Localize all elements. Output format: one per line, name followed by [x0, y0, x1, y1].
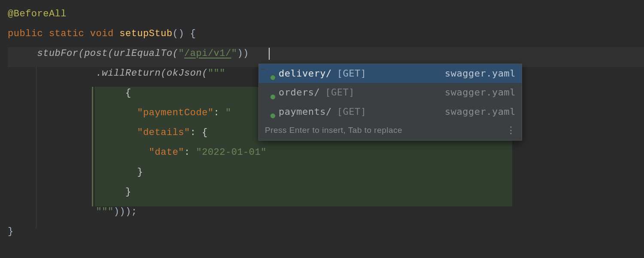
json-val: "2022-01-01" — [196, 147, 266, 158]
annotation: @BeforeAll — [8, 9, 67, 19]
completion-item[interactable]: delivery/ [GET] swagger.yaml — [259, 64, 522, 83]
code-line[interactable]: } — [8, 166, 644, 186]
completion-hint-row: Press Enter to insert, Tab to replace ⋮ — [259, 121, 522, 140]
code-editor[interactable]: @BeforeAll public static void setupStub(… — [0, 0, 644, 245]
punct: () { — [173, 28, 196, 39]
call-urlEqualTo: urlEqualTo — [114, 48, 173, 59]
completion-method: [GET] — [337, 67, 367, 80]
brace-close: } — [8, 226, 14, 237]
call-willReturn: willReturn — [102, 68, 161, 79]
method-name: setupStub — [119, 28, 172, 39]
keyword-static: static — [49, 28, 84, 39]
text-caret — [269, 48, 270, 60]
triple-quote-open: """ — [208, 68, 225, 79]
string-open: " — [178, 48, 184, 59]
call-okJson: okJson — [167, 68, 202, 79]
json-key: "details" — [137, 127, 190, 138]
punct: )) — [237, 48, 249, 59]
completion-source: swagger.yaml — [445, 67, 516, 80]
globe-icon — [263, 106, 274, 117]
code-line[interactable]: @BeforeAll — [8, 8, 644, 28]
triple-quote-close: """ — [96, 206, 114, 217]
call-post: post — [84, 48, 108, 59]
globe-icon — [263, 87, 274, 98]
call-stubFor: stubFor — [37, 48, 79, 59]
json-close: } — [125, 187, 131, 197]
code-line[interactable]: "date": "2022-01-01" — [8, 146, 644, 166]
more-icon[interactable]: ⋮ — [506, 126, 516, 135]
json-colon: : — [214, 108, 225, 118]
completion-name: payments/ — [279, 105, 332, 118]
globe-icon — [263, 68, 274, 79]
completion-name: delivery/ — [279, 67, 332, 80]
completion-source: swagger.yaml — [445, 86, 516, 99]
completion-item[interactable]: orders/ [GET] swagger.yaml — [259, 83, 522, 102]
url-string: /api/v1/ — [184, 48, 231, 59]
code-line[interactable]: } — [8, 186, 644, 206]
json-val-open: " — [225, 108, 231, 118]
json-close: } — [137, 167, 143, 178]
completion-method: [GET] — [337, 105, 367, 118]
json-key: "date" — [149, 147, 184, 158]
json-colon: : — [184, 147, 196, 158]
completion-source: swagger.yaml — [445, 105, 516, 118]
completion-name: orders/ — [279, 86, 320, 99]
code-line[interactable]: """))); — [8, 206, 644, 225]
keyword-void: void — [90, 28, 114, 39]
completion-hint-text: Press Enter to insert, Tab to replace — [265, 125, 402, 136]
completion-popup[interactable]: delivery/ [GET] swagger.yaml orders/ [GE… — [258, 64, 522, 141]
json-colon: : { — [190, 127, 208, 138]
json-open: { — [125, 88, 131, 98]
code-line[interactable]: } — [8, 225, 644, 245]
string-close: " — [231, 48, 237, 59]
completion-method: [GET] — [325, 86, 355, 99]
json-key: "paymentCode" — [137, 108, 213, 118]
code-line[interactable]: public static void setupStub() { — [8, 28, 644, 47]
completion-item[interactable]: payments/ [GET] swagger.yaml — [259, 102, 522, 121]
keyword-public: public — [8, 28, 43, 39]
punct: ))); — [114, 206, 137, 217]
